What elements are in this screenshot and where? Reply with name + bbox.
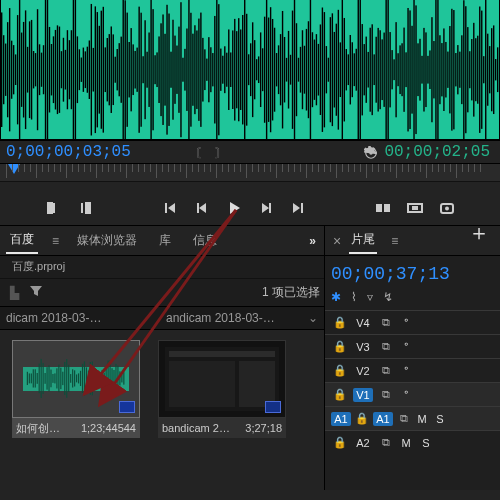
- svg-rect-181: [360, 0, 361, 139]
- track-name[interactable]: A2: [353, 436, 373, 450]
- selection-count: 1 项已选择: [262, 284, 320, 301]
- svg-rect-68: [134, 51, 135, 89]
- marker-add-icon[interactable]: ▿: [367, 290, 373, 304]
- solo-button[interactable]: S: [433, 413, 447, 425]
- svg-rect-302: [111, 368, 112, 388]
- mute-button[interactable]: M: [399, 437, 413, 449]
- mark-out-button[interactable]: [76, 199, 94, 217]
- eye-icon[interactable]: ᐤ: [399, 340, 413, 353]
- track-name[interactable]: V4: [353, 316, 373, 330]
- insert-button[interactable]: [374, 199, 392, 217]
- step-fwd-button[interactable]: [257, 199, 275, 217]
- goto-in-button[interactable]: [161, 199, 179, 217]
- tab-project[interactable]: 百度: [6, 227, 38, 254]
- svg-rect-46: [91, 4, 92, 136]
- svg-rect-75: [148, 33, 149, 107]
- lock-icon[interactable]: 🔒: [333, 436, 347, 449]
- track-name[interactable]: V1: [353, 388, 373, 402]
- svg-rect-290: [88, 371, 89, 387]
- goto-out-button[interactable]: [289, 199, 307, 217]
- svg-rect-23: [45, 0, 46, 139]
- source-patch-a1[interactable]: A1: [331, 412, 351, 426]
- clip-header-1[interactable]: dicam 2018-03-…: [0, 311, 160, 325]
- lock-icon[interactable]: 🔒: [333, 340, 347, 353]
- svg-rect-236: [469, 51, 470, 88]
- track-name[interactable]: A1: [373, 412, 393, 426]
- bracket-out-icon[interactable]: 〙: [215, 145, 227, 162]
- step-back-button[interactable]: [193, 199, 211, 217]
- track-row-a2[interactable]: 🔒 A2 ⧉ M S: [325, 430, 500, 454]
- thumb-duration: 3;27;18: [245, 422, 282, 434]
- svg-rect-111: [220, 49, 221, 91]
- tab-menu-icon[interactable]: ≡: [52, 234, 59, 248]
- button-editor-icon[interactable]: ＋: [468, 218, 490, 248]
- eye-icon[interactable]: ᐤ: [399, 364, 413, 377]
- lock-icon[interactable]: 🔒: [355, 412, 369, 425]
- track-name[interactable]: V3: [353, 340, 373, 354]
- lock-icon[interactable]: 🔒: [333, 364, 347, 377]
- toggle-output-icon[interactable]: ⧉: [379, 340, 393, 353]
- track-row-v4[interactable]: 🔒 V4 ⧉ ᐤ: [325, 310, 500, 334]
- eye-icon[interactable]: ᐤ: [399, 388, 413, 401]
- svg-rect-229: [455, 53, 456, 86]
- tab-media-browser[interactable]: 媒体浏览器: [73, 228, 141, 253]
- settings-icon[interactable]: ↯: [383, 290, 393, 304]
- source-waveform[interactable]: [0, 0, 500, 140]
- svg-rect-53: [105, 47, 106, 92]
- timeline-timecode[interactable]: 00;00;37;13: [325, 256, 500, 288]
- snap-icon[interactable]: ✱: [331, 290, 341, 304]
- track-row-a1[interactable]: A1 🔒 A1 ⧉ M S: [325, 406, 500, 430]
- clip-header-2[interactable]: andicam 2018-03-…: [160, 311, 302, 325]
- lock-icon[interactable]: 🔒: [333, 388, 347, 401]
- link-icon[interactable]: ⌇: [351, 290, 357, 304]
- tab-info[interactable]: 信息: [189, 228, 221, 253]
- svg-rect-262: [33, 369, 34, 387]
- svg-rect-304: [115, 364, 116, 393]
- svg-rect-171: [340, 42, 341, 97]
- solo-button[interactable]: S: [419, 437, 433, 449]
- sequence-tab[interactable]: 片尾: [349, 227, 377, 254]
- track-row-v3[interactable]: 🔒 V3 ⧉ ᐤ: [325, 334, 500, 358]
- export-frame-button[interactable]: [438, 199, 456, 217]
- svg-rect-12: [23, 22, 24, 118]
- svg-rect-204: [405, 52, 406, 87]
- toggle-output-icon[interactable]: ⧉: [397, 412, 411, 425]
- tab-overflow-icon[interactable]: »: [309, 234, 316, 248]
- toggle-output-icon[interactable]: ⧉: [379, 388, 393, 401]
- svg-rect-297: [102, 370, 103, 387]
- filter-icon[interactable]: [29, 285, 43, 300]
- svg-rect-30: [59, 27, 60, 113]
- svg-rect-73: [144, 20, 145, 119]
- bin-back-icon[interactable]: ▙: [10, 286, 19, 300]
- eye-icon[interactable]: ᐤ: [399, 316, 413, 329]
- track-row-v1[interactable]: 🔒 V1 ⧉ ᐤ: [325, 382, 500, 406]
- tab-libraries[interactable]: 库: [155, 228, 175, 253]
- track-name[interactable]: V2: [353, 364, 373, 378]
- svg-rect-177: [352, 42, 353, 97]
- svg-rect-282: [72, 369, 73, 387]
- mute-button[interactable]: M: [415, 413, 429, 425]
- bracket-in-icon[interactable]: 〘: [195, 145, 207, 162]
- svg-rect-98: [194, 25, 195, 114]
- svg-rect-125: [248, 54, 249, 85]
- svg-rect-170: [338, 10, 339, 130]
- toggle-output-icon[interactable]: ⧉: [379, 316, 393, 329]
- close-tab-icon[interactable]: ×: [333, 233, 341, 249]
- timeline-menu-icon[interactable]: ≡: [391, 234, 398, 248]
- source-ruler[interactable]: [0, 164, 500, 182]
- toggle-output-icon[interactable]: ⧉: [379, 436, 393, 449]
- svg-rect-14: [27, 47, 28, 93]
- overwrite-button[interactable]: [406, 199, 424, 217]
- track-row-v2[interactable]: 🔒 V2 ⧉ ᐤ: [325, 358, 500, 382]
- clip-thumb-audio[interactable]: 如何创… 1;23;44544: [12, 340, 140, 438]
- play-button[interactable]: [225, 199, 243, 217]
- svg-rect-20: [39, 44, 40, 95]
- svg-rect-180: [358, 0, 359, 139]
- mark-in-button[interactable]: [44, 199, 62, 217]
- settings-wrench-icon[interactable]: [364, 146, 378, 163]
- lock-icon[interactable]: 🔒: [333, 316, 347, 329]
- svg-rect-203: [403, 28, 404, 112]
- clip-chevron-icon[interactable]: ⌄: [302, 311, 324, 325]
- toggle-output-icon[interactable]: ⧉: [379, 364, 393, 377]
- clip-thumb-video[interactable]: bandicam 2018-03-… 3;27;18: [158, 340, 286, 438]
